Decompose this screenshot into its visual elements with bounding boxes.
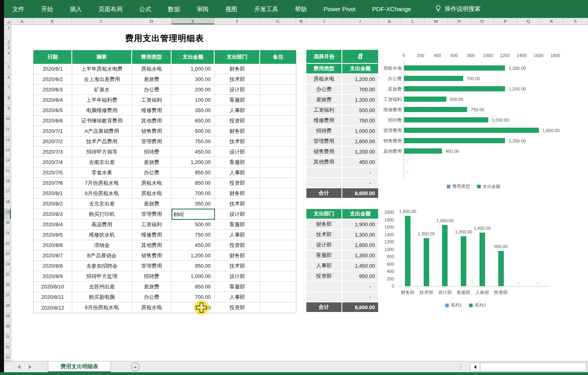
expense-cell[interactable]: 上半年福利费 <box>72 95 132 105</box>
summary-label-cell[interactable]: 客服部 <box>306 251 342 260</box>
summary-label-cell[interactable] <box>306 178 342 188</box>
expense-cell[interactable]: 设计部 <box>215 85 260 95</box>
expense-cell[interactable]: 2020/8/1 <box>34 188 72 198</box>
expense-cell[interactable]: 投资部 <box>215 240 260 250</box>
summary-value-cell[interactable]: 1,350.00 <box>342 251 378 260</box>
summary-value-cell[interactable]: 1,200.00 <box>342 74 378 84</box>
ribbon-tab-审阅[interactable]: 审阅 <box>188 0 217 18</box>
expense-cell[interactable]: 其他费用 <box>132 116 172 126</box>
expense-cell[interactable] <box>260 251 296 261</box>
expense-cell[interactable]: 7月份房租水电 <box>72 178 132 188</box>
expense-cell[interactable]: 销售费用 <box>132 251 172 261</box>
expense-cell[interactable]: 设计部 <box>215 209 260 219</box>
ribbon-tab-数据[interactable]: 数据 <box>160 0 188 18</box>
expense-cell[interactable]: 工资福利 <box>132 219 172 229</box>
expense-cell[interactable]: 购买新电脑 <box>72 292 132 302</box>
expense-cell[interactable]: 2020/6/4 <box>34 95 72 105</box>
summary-label-cell[interactable] <box>306 292 342 302</box>
expense-cell[interactable] <box>260 147 296 157</box>
summary-value-cell[interactable]: 1,900.00 <box>342 219 378 229</box>
expense-cell[interactable]: 客服部 <box>215 157 260 167</box>
expense-cell[interactable]: 人事部 <box>215 105 260 115</box>
expense-cell[interactable]: 2020/7/1 <box>34 126 72 136</box>
summary-value-cell[interactable]: - <box>342 292 378 302</box>
expense-cell[interactable]: 滞纳金 <box>72 240 132 250</box>
add-sheet-button[interactable]: + <box>131 363 140 371</box>
expense-cell[interactable]: 100.00 <box>172 95 215 105</box>
ribbon-tab-Power Pivot[interactable]: Power Pivot <box>315 0 364 18</box>
row-header-12[interactable]: 12 <box>4 136 11 147</box>
row-header-11[interactable]: 11 <box>4 126 11 136</box>
expense-cell[interactable]: 2020/6/2 <box>34 74 72 84</box>
expense-cell[interactable] <box>260 116 296 126</box>
expense-cell[interactable] <box>260 199 296 209</box>
expense-cell[interactable]: 2020/6/3 <box>34 85 72 95</box>
column-header-G[interactable]: G <box>260 18 296 25</box>
row-header-17[interactable]: 17 <box>4 188 11 199</box>
row-header-27[interactable]: 27 <box>4 292 11 302</box>
expense-cell[interactable] <box>260 64 296 74</box>
column-header-L[interactable]: L <box>401 18 424 25</box>
tell-me-search[interactable]: 操作说明搜索 <box>435 5 481 14</box>
expense-header-摘要[interactable]: 摘要 <box>72 50 132 64</box>
summary-label-cell[interactable]: 工资福利 <box>306 105 342 115</box>
expense-cell[interactable]: 去上海出差费用 <box>72 74 132 84</box>
ribbon-tab-开始[interactable]: 开始 <box>33 0 61 18</box>
expense-cell[interactable]: 房租水电 <box>132 178 172 188</box>
expense-cell[interactable]: 房租水电 <box>132 188 172 198</box>
scroll-left-button[interactable] <box>470 363 480 371</box>
column-header-A[interactable]: A <box>11 18 33 25</box>
summary-label-cell[interactable]: 维修费用 <box>306 116 342 125</box>
expense-header-费用类型[interactable]: 费用类型 <box>132 50 172 64</box>
expense-cell[interactable]: 500.00 <box>172 126 215 136</box>
summary-value-cell[interactable]: 1,650.00 <box>342 240 378 250</box>
next-sheet-arrow-icon[interactable] <box>29 365 32 369</box>
expense-cell[interactable]: 差旅费 <box>132 199 172 209</box>
expense-cell[interactable]: 招待费 <box>132 271 172 281</box>
row-header-1[interactable]: 1 <box>4 25 11 40</box>
expense-cell[interactable]: 350.00 <box>172 199 215 209</box>
expense-cell[interactable]: 850.00 <box>172 282 215 292</box>
ribbon-tab-页面布局[interactable]: 页面布局 <box>90 0 131 18</box>
expense-cell[interactable]: A产品展销费用 <box>72 126 132 136</box>
row-header-19[interactable]: 19 <box>4 209 11 219</box>
expense-cell[interactable]: 1,200.00 <box>172 251 215 261</box>
expense-cell[interactable]: 管理费用 <box>132 209 172 219</box>
expense-cell[interactable]: 工资福利 <box>132 95 172 105</box>
summary-label-cell[interactable]: 销售费用 <box>306 147 342 156</box>
ribbon-tab-插入[interactable]: 插入 <box>61 0 90 18</box>
expense-cell[interactable]: 1,000.00 <box>172 271 215 281</box>
row-header-4[interactable]: 4 <box>4 50 11 64</box>
expense-cell[interactable]: 8月份房租水电 <box>72 188 132 198</box>
expense-cell[interactable]: 去北京出差 <box>72 199 132 209</box>
expense-cell[interactable]: 950.00 <box>172 261 215 271</box>
expense-cell[interactable]: 2020/6/5 <box>34 105 72 115</box>
column-header-N[interactable]: N <box>448 18 471 25</box>
expense-cell[interactable]: 技术产品费用 <box>72 136 132 146</box>
expense-cell[interactable]: 2020/8/12 <box>34 302 72 313</box>
column-header-S[interactable]: S <box>563 18 588 25</box>
expense-cell[interactable]: 500.00 <box>172 219 215 229</box>
summary-label-cell[interactable] <box>306 282 342 291</box>
expense-cell[interactable] <box>260 292 296 302</box>
summary-label-cell[interactable]: 财务部 <box>306 219 342 229</box>
expense-cell[interactable] <box>260 209 296 219</box>
row-header-33[interactable]: 33 <box>4 354 11 361</box>
sheet-tab-active[interactable]: 费用支出明细表 <box>48 361 111 372</box>
column-header-F[interactable]: F <box>215 18 260 25</box>
expense-cell[interactable]: 技术部 <box>215 136 260 146</box>
expense-cell[interactable]: 客服部 <box>215 95 260 105</box>
expense-cell[interactable]: 2020/6/1 <box>34 64 72 74</box>
summary-label-cell[interactable]: 管理费用 <box>306 136 342 146</box>
expense-cell[interactable]: 零食水果 <box>72 168 132 178</box>
expense-cell[interactable]: 500.00 <box>172 302 215 313</box>
row-header-20[interactable]: 20 <box>4 219 11 230</box>
expense-cell[interactable]: 人事部 <box>215 292 260 302</box>
summary-value-cell[interactable]: 1,200.00 <box>342 147 378 156</box>
summary-value-cell[interactable]: - <box>342 178 378 188</box>
expense-cell[interactable]: 450.00 <box>172 147 215 157</box>
row-header-29[interactable]: 29 <box>4 313 11 323</box>
expense-cell[interactable]: 2020/6/6 <box>34 116 72 126</box>
summary-value-cell[interactable]: 950.00 <box>342 271 378 281</box>
expense-cell[interactable]: 维修费用 <box>132 230 172 240</box>
